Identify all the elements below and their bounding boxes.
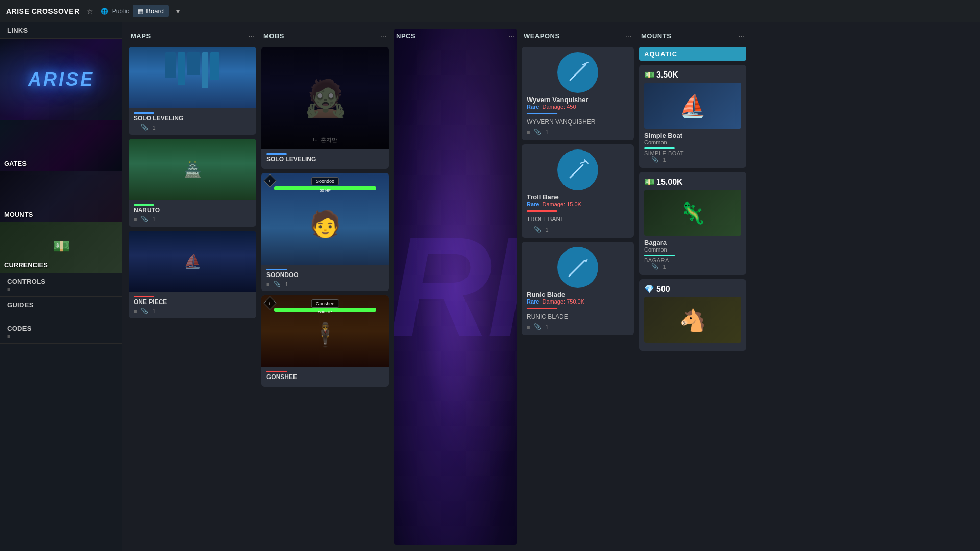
npcs-background: RI <box>394 29 517 545</box>
wyvern-vanquisher-icon <box>565 60 591 85</box>
card-one-piece[interactable]: ⛵ ONE PIECE ≡ 📎 1 <box>129 231 256 318</box>
attachment-icon: 📎 <box>534 323 541 330</box>
column-mounts-header: MOUNTS ··· <box>639 29 746 43</box>
column-npcs: RI NPCS ··· <box>394 29 517 545</box>
attachment-icon: 📎 <box>141 216 148 222</box>
card-color-bar <box>134 204 154 206</box>
sidebar-item-arise[interactable]: ARISE <box>0 39 122 120</box>
price-icon: 💵 <box>644 70 654 80</box>
column-npcs-menu[interactable]: ··· <box>508 32 514 40</box>
attachment-count: 1 <box>545 324 548 330</box>
card-color-bar <box>266 153 287 155</box>
bagara-name: Bagara <box>644 239 741 246</box>
runic-blade-full-name: RUNIC BLADE <box>527 313 629 320</box>
card-naruto[interactable]: 🏯 NARUTO ≡ 📎 1 <box>129 139 256 227</box>
sidebar-item-mounts-side[interactable]: MOUNTS <box>0 171 122 222</box>
list-icon: ≡ <box>527 227 530 233</box>
column-mobs-menu[interactable]: ··· <box>381 32 387 40</box>
card-mob-soondoo-title: SOONDOO <box>266 271 384 279</box>
sidebar-item-codes[interactable]: CODES ≡ <box>0 320 122 344</box>
sidebar-item-gates[interactable]: GATES <box>0 120 122 171</box>
card-wyvern-vanquisher[interactable]: Wyvern Vanquisher Rare Damage: 450 WYVER… <box>522 47 634 140</box>
card-solo-leveling[interactable]: SOLO LEVELING ≡ 📎 1 <box>129 47 256 135</box>
attachment-icon: 📎 <box>534 129 541 135</box>
attachment-count: 1 <box>663 264 666 270</box>
bagara-full-name: BAGARA <box>644 257 741 263</box>
card-runic-blade[interactable]: Runic Blade Rare Damage: 750.0K RUNIC BL… <box>522 242 634 335</box>
svg-line-5 <box>569 261 584 276</box>
bagara-image: 🦎 <box>644 190 741 236</box>
card-one-piece-meta: ≡ 📎 1 <box>134 308 251 314</box>
card-mob-gonshee[interactable]: Gonshee 500 HP i 🕴️ <box>261 295 389 387</box>
card-naruto-meta: ≡ 📎 1 <box>134 216 251 222</box>
card-mob-gonshee-body: GONSHEE <box>261 367 389 387</box>
weapon-color-bar <box>527 113 557 114</box>
card-mount-gem[interactable]: 💎 500 🐴 <box>639 279 746 351</box>
card-mob-soondoo-image: Soondoo 50 HP i 🧑 <box>261 173 389 265</box>
card-solo-leveling-meta: ≡ 📎 1 <box>134 124 251 131</box>
wyvern-meta: ≡ 📎 1 <box>527 129 629 135</box>
attachment-count: 1 <box>152 216 155 222</box>
column-weapons-menu[interactable]: ··· <box>626 32 632 40</box>
troll-bane-icon <box>565 157 591 183</box>
simple-boat-price: 💵 3.50K <box>644 70 678 80</box>
column-maps-menu[interactable]: ··· <box>248 32 254 40</box>
list-icon: ≡ <box>134 216 137 222</box>
attachment-icon: 📎 <box>274 281 281 287</box>
runic-blade-rarity: Rare <box>527 298 539 305</box>
dropdown-button[interactable]: ▾ <box>173 5 183 17</box>
sidebar-item-controls[interactable]: CONTROLS ≡ <box>0 273 122 297</box>
mount-color-bar <box>644 147 675 149</box>
sidebar-item-currencies[interactable]: 💵 CURRENCIES <box>0 222 122 273</box>
attachment-icon: 📎 <box>141 124 148 131</box>
card-mob-solo-body: SOLO LEVELING <box>261 149 389 169</box>
globe-icon: 🌐 <box>101 8 108 15</box>
column-mounts-menu[interactable]: ··· <box>738 32 744 40</box>
star-button[interactable]: ☆ <box>84 5 96 17</box>
card-solo-leveling-image <box>129 47 256 108</box>
attachment-icon: 📎 <box>651 263 658 270</box>
troll-bane-full-name: TROLL BANE <box>527 216 629 223</box>
simple-boat-name: Simple Boat <box>644 132 741 139</box>
bagara-meta: ≡ 📎 1 <box>644 263 741 270</box>
bagara-rarity: Common <box>644 246 741 253</box>
sidebar: LINKS ARISE GATES MOUNTS <box>0 22 122 551</box>
column-npcs-title: NPCS <box>396 32 415 40</box>
card-mob-solo[interactable]: 🧟 나 혼자만 SOLO LEVELING <box>261 47 389 169</box>
column-maps: MAPS ··· <box>129 29 256 545</box>
list-icon: ≡ <box>644 264 647 270</box>
wyvern-full-name: WYVERN VANQUISHER <box>527 118 629 126</box>
mount-color-bar <box>644 255 675 256</box>
column-weapons: WEAPONS ··· Wyvern Vanquisher Rare Dama <box>522 29 634 545</box>
card-one-piece-body: ONE PIECE ≡ 📎 1 <box>129 292 256 318</box>
gem-icon: 💎 <box>644 284 654 294</box>
card-bagara[interactable]: 💵 15.00K 🦎 Bagara Common BAGARA ≡ 📎 1 <box>639 172 746 275</box>
attachment-count: 1 <box>545 227 548 233</box>
card-color-bar <box>134 112 154 114</box>
weapon-color-bar <box>527 308 557 309</box>
runic-blade-icon <box>565 255 591 280</box>
troll-bane-damage: Damage: 15.0K <box>542 201 581 207</box>
troll-bane-rarity: Rare <box>527 201 539 207</box>
main-layout: LINKS ARISE GATES MOUNTS <box>0 22 980 551</box>
card-mob-soondoo[interactable]: Soondoo 50 HP i 🧑 <box>261 173 389 291</box>
mount-gem-header: 💎 500 <box>644 284 741 294</box>
card-mob-gonshee-title: GONSHEE <box>266 373 384 381</box>
column-npcs-header: NPCS ··· <box>394 29 517 43</box>
attachment-count: 1 <box>545 129 548 135</box>
sidebar-item-links[interactable]: LINKS <box>0 22 122 39</box>
board-view-button[interactable]: ▦ Board <box>133 5 169 17</box>
column-weapons-header: WEAPONS ··· <box>522 29 634 43</box>
attachment-count: 1 <box>152 124 155 131</box>
list-icon: ≡ <box>527 129 530 135</box>
board-area: MAPS ··· <box>122 22 980 551</box>
card-naruto-title: NARUTO <box>134 207 251 214</box>
sidebar-item-guides[interactable]: GUIDES ≡ <box>0 297 122 320</box>
attachment-icon: 📎 <box>651 156 658 163</box>
column-maps-header: MAPS ··· <box>129 29 256 43</box>
card-simple-boat[interactable]: 💵 3.50K ⛵ Simple Boat Common SIMPLE BOAT… <box>639 65 746 168</box>
weapon-color-bar <box>527 210 557 212</box>
card-mob-soondoo-meta: ≡ 📎 1 <box>266 281 384 287</box>
card-troll-bane[interactable]: Troll Bane Rare Damage: 15.0K TROLL BANE… <box>522 144 634 238</box>
price-icon: 💵 <box>644 177 654 187</box>
